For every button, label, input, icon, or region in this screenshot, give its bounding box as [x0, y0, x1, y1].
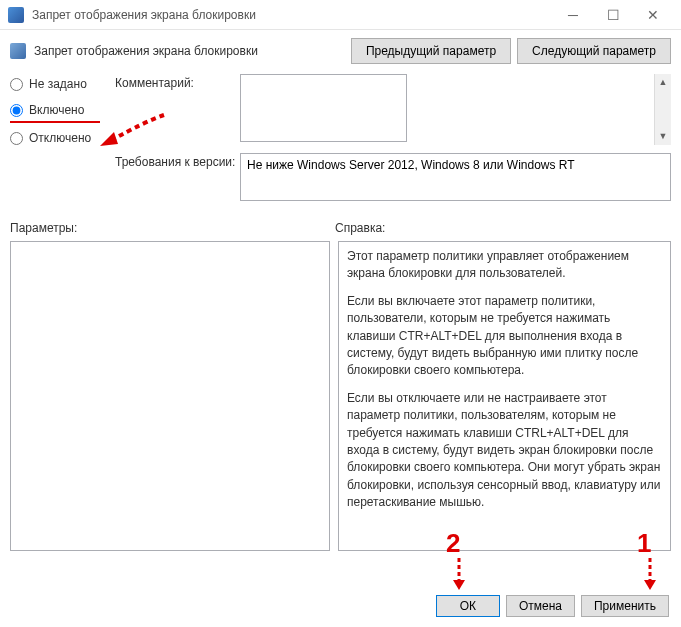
policy-icon: [10, 43, 26, 59]
close-button[interactable]: ✕: [633, 0, 673, 30]
dialog-footer: ОК Отмена Применить: [436, 595, 669, 617]
radio-disabled-label: Отключено: [29, 131, 91, 145]
app-icon: [8, 7, 24, 23]
annotation-underline: [10, 121, 100, 123]
radio-enabled[interactable]: Включено: [10, 103, 105, 117]
radio-not-configured-label: Не задано: [29, 77, 87, 91]
cancel-button[interactable]: Отмена: [506, 595, 575, 617]
header: Запрет отображения экрана блокировки Пре…: [10, 38, 671, 64]
ok-button[interactable]: ОК: [436, 595, 500, 617]
parameters-label: Параметры:: [10, 221, 335, 235]
parameters-panel: [10, 241, 330, 551]
requirements-value: Не ниже Windows Server 2012, Windows 8 и…: [247, 158, 575, 172]
help-panel[interactable]: Этот параметр политики управляет отображ…: [338, 241, 671, 551]
scroll-up-icon[interactable]: ▲: [655, 74, 671, 91]
radio-not-configured-input[interactable]: [10, 78, 23, 91]
requirements-box: Не ниже Windows Server 2012, Windows 8 и…: [240, 153, 671, 201]
window-title: Запрет отображения экрана блокировки: [32, 8, 553, 22]
svg-marker-1: [644, 580, 656, 590]
radio-enabled-label: Включено: [29, 103, 84, 117]
svg-marker-3: [453, 580, 465, 590]
help-paragraph-2: Если вы включаете этот параметр политики…: [347, 293, 662, 380]
comment-input[interactable]: [240, 74, 407, 142]
help-label: Справка:: [335, 221, 671, 235]
annotation-arrow-1: [640, 556, 660, 592]
requirements-label: Требования к версии:: [115, 153, 240, 201]
policy-title: Запрет отображения экрана блокировки: [34, 44, 345, 58]
comment-scrollbar[interactable]: ▲ ▼: [654, 74, 671, 145]
maximize-button[interactable]: ☐: [593, 0, 633, 30]
radio-disabled-input[interactable]: [10, 132, 23, 145]
titlebar: Запрет отображения экрана блокировки ─ ☐…: [0, 0, 681, 30]
minimize-button[interactable]: ─: [553, 0, 593, 30]
comment-label: Комментарий:: [115, 74, 240, 145]
help-paragraph-3: Если вы отключаете или не настраиваете э…: [347, 390, 662, 512]
apply-button[interactable]: Применить: [581, 595, 669, 617]
radio-not-configured[interactable]: Не задано: [10, 77, 105, 91]
previous-setting-button[interactable]: Предыдущий параметр: [351, 38, 511, 64]
state-radios: Не задано Включено Отключено: [10, 74, 115, 209]
help-paragraph-1: Этот параметр политики управляет отображ…: [347, 248, 662, 283]
next-setting-button[interactable]: Следующий параметр: [517, 38, 671, 64]
scroll-down-icon[interactable]: ▼: [655, 128, 671, 145]
radio-enabled-input[interactable]: [10, 104, 23, 117]
radio-disabled[interactable]: Отключено: [10, 131, 105, 145]
annotation-arrow-2: [449, 556, 469, 592]
